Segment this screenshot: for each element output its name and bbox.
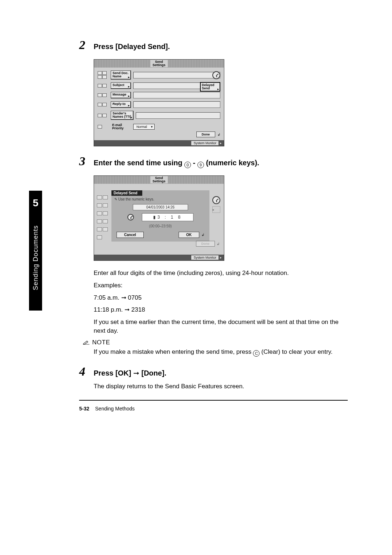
step-title-part: (numeric keys). bbox=[204, 159, 259, 167]
dialog-title: Delayed Send bbox=[111, 190, 142, 196]
step-number: 4 bbox=[79, 365, 94, 378]
dialog-hint: Use the numeric keys. bbox=[118, 197, 154, 201]
step4-para1: The display returns to the Send Basic Fe… bbox=[94, 382, 348, 391]
row-icon bbox=[98, 114, 102, 117]
done-button[interactable]: Done bbox=[196, 131, 216, 137]
ss-header: Send Settings bbox=[150, 60, 168, 67]
system-monitor-button[interactable]: System Monitor bbox=[191, 141, 219, 145]
row-icon bbox=[102, 84, 107, 88]
chevron-right-icon: ▸ bbox=[220, 141, 222, 145]
replyto-button[interactable]: Reply-to bbox=[111, 101, 131, 108]
bg-icon bbox=[97, 235, 102, 239]
send-doc-name-button[interactable]: Send Doc. Name bbox=[111, 70, 131, 80]
chapter-tab: 5 Sending Documents bbox=[29, 191, 42, 311]
clear-key: C bbox=[253, 350, 260, 357]
step-title-part: Enter the send time using bbox=[94, 159, 184, 167]
system-monitor-button[interactable]: System Monitor bbox=[191, 255, 219, 260]
row-icon bbox=[98, 103, 102, 106]
delayed-send-screenshot: Send Settings ▸ Delayed Send ✎ Use the bbox=[94, 175, 224, 261]
row-icon bbox=[98, 84, 102, 88]
row-icon bbox=[98, 75, 102, 79]
step-title: Press [Delayed Send]. bbox=[94, 42, 170, 51]
delayed-send-button[interactable]: Delayed Send bbox=[200, 82, 220, 92]
replyto-field[interactable] bbox=[133, 101, 220, 108]
ss-header: Send Settings bbox=[150, 176, 168, 183]
return-icon: ↲ bbox=[217, 242, 220, 246]
email-priority-label: E-mail Priority bbox=[111, 123, 131, 131]
step3-example1: 7:05 a.m. ➞ 0705 bbox=[94, 293, 348, 302]
time-input[interactable]: ▮3 : 1 8 bbox=[142, 213, 193, 221]
bg-icon bbox=[97, 227, 102, 231]
row-icon bbox=[102, 71, 107, 75]
bg-icon bbox=[97, 203, 102, 207]
chapter-title: Sending Documents bbox=[32, 225, 40, 290]
chevron-right-icon: ▸ bbox=[220, 256, 222, 259]
row-icon bbox=[102, 93, 107, 97]
bg-icon bbox=[103, 195, 108, 199]
current-datetime: 04/01/2003 14:26 bbox=[133, 204, 188, 210]
footer-separator bbox=[79, 400, 348, 401]
pencil-icon bbox=[83, 340, 90, 345]
bg-icon bbox=[103, 203, 108, 207]
step3-para1: Enter all four digits of the time (inclu… bbox=[94, 269, 348, 278]
step-title-part: - bbox=[191, 159, 197, 167]
numeric-key-0: 0 bbox=[184, 162, 191, 168]
step-2-heading: 2 Press [Delayed Send]. bbox=[79, 38, 348, 52]
ok-button[interactable]: OK bbox=[179, 232, 199, 238]
priority-dropdown[interactable]: Normal bbox=[133, 124, 155, 130]
message-field[interactable] bbox=[133, 92, 220, 98]
row-icon bbox=[98, 125, 102, 129]
message-button[interactable]: Message bbox=[111, 92, 131, 98]
note-heading: NOTE bbox=[83, 339, 348, 346]
done-button-faded: Done bbox=[196, 241, 215, 247]
return-icon: ↲ bbox=[217, 133, 220, 137]
numeric-key-9: 9 bbox=[197, 162, 204, 168]
bg-icon bbox=[103, 219, 108, 223]
row-icon bbox=[102, 103, 107, 106]
page-footer: 5-32Sending Methods bbox=[79, 406, 348, 412]
note-body: If you make a mistake when entering the … bbox=[94, 348, 348, 357]
row-icon bbox=[98, 93, 102, 97]
sender-names-button[interactable]: Sender's Names (TTI) bbox=[111, 111, 134, 120]
bg-icon bbox=[97, 219, 102, 223]
page-number: 5-32 bbox=[79, 406, 89, 412]
cancel-button[interactable]: Cancel bbox=[117, 232, 144, 238]
bg-icon bbox=[103, 227, 108, 231]
note-label: NOTE bbox=[92, 339, 110, 346]
row-icon bbox=[102, 114, 107, 117]
step-3-heading: 3 Enter the send time using 0 - 9 (numer… bbox=[79, 154, 348, 168]
clock-icon bbox=[127, 214, 134, 220]
step-number: 3 bbox=[79, 154, 94, 168]
step-number: 2 bbox=[79, 38, 94, 52]
footer-section: Sending Methods bbox=[95, 406, 135, 412]
send-settings-screenshot: Send Settings Send Doc. Name Subject Mes… bbox=[94, 59, 224, 146]
step3-examples-label: Examples: bbox=[94, 281, 348, 290]
bg-icon bbox=[97, 195, 102, 199]
time-range: (00:00–23:59) bbox=[111, 223, 209, 230]
step-title: Enter the send time using 0 - 9 (numeric… bbox=[94, 159, 259, 168]
clock-icon bbox=[212, 71, 220, 79]
step3-example2: 11:18 p.m. ➞ 2318 bbox=[94, 305, 348, 314]
bg-icon bbox=[103, 211, 108, 215]
row-icon bbox=[98, 71, 102, 75]
row-icon bbox=[102, 75, 107, 79]
step-4-heading: 4 Press [OK] ➞ [Done]. bbox=[79, 365, 348, 378]
clock-icon bbox=[212, 196, 220, 204]
return-icon: ↲ bbox=[201, 233, 204, 237]
delayed-send-dialog: Delayed Send ✎ Use the numeric keys. 04/… bbox=[111, 190, 209, 242]
step-title: Press [OK] ➞ [Done]. bbox=[94, 369, 166, 377]
step3-para5: If you set a time earlier than the curre… bbox=[94, 318, 348, 335]
subject-button[interactable]: Subject bbox=[111, 82, 131, 89]
bg-icon bbox=[97, 211, 102, 215]
chapter-number: 5 bbox=[33, 197, 38, 209]
bg-delayed-faded: ▸ bbox=[212, 206, 220, 213]
sender-names-field[interactable] bbox=[136, 112, 220, 119]
